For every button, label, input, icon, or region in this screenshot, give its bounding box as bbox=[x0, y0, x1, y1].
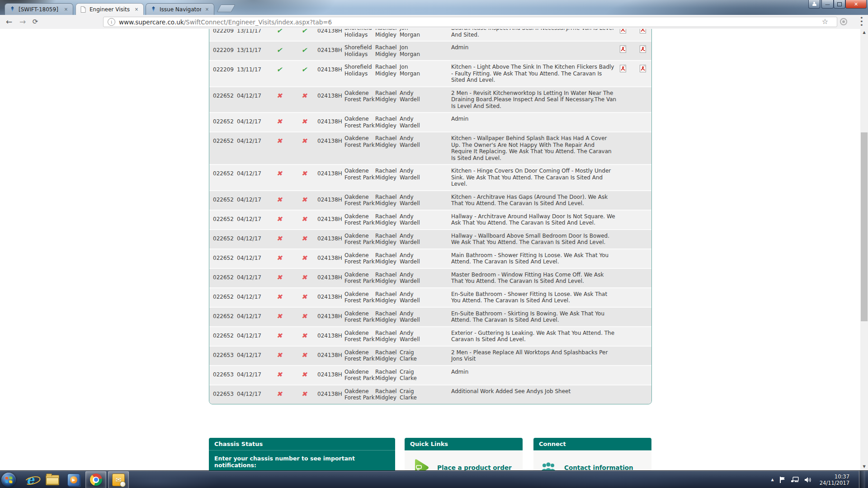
place-product-order-link[interactable]: Place a product order bbox=[405, 450, 523, 470]
page-info-icon[interactable]: i bbox=[108, 18, 115, 26]
restore-icon bbox=[837, 2, 842, 6]
outlook-taskbar-button[interactable]: ✉ bbox=[108, 471, 129, 488]
refresh-icon[interactable]: ⟳ bbox=[30, 16, 41, 27]
tab-engineer-visits[interactable]: Engineer Visits × bbox=[75, 3, 144, 15]
back-icon[interactable]: ← bbox=[4, 16, 14, 27]
connect-panel: Connect Contact information bbox=[533, 438, 651, 470]
coordinator-cell: Rachael Midgley bbox=[375, 194, 400, 207]
pdf-links bbox=[617, 213, 651, 214]
pdf-links bbox=[617, 194, 651, 195]
pdf-links bbox=[617, 388, 651, 389]
cross-icon: ✖ bbox=[268, 90, 291, 99]
internet-explorer-icon[interactable]: e bbox=[24, 473, 37, 487]
tray-expand-icon[interactable]: ▲ bbox=[771, 478, 774, 482]
chassis-cell: 024138H bbox=[317, 213, 344, 223]
pdf-icon[interactable] bbox=[619, 45, 627, 53]
description-cell: 2 Men - Please Replace All Worktops And … bbox=[451, 349, 617, 362]
table-row: 02265204/12/17✖✖024138HOakdene Forest Pa… bbox=[209, 190, 651, 210]
page-scrollbar: ▲ ▼ bbox=[860, 29, 868, 470]
engineer-cell: Andy Wardell bbox=[400, 213, 426, 226]
quick-link-label[interactable]: Place a product order bbox=[437, 464, 512, 470]
tab-swift-18059[interactable]: [SWIFT-18059] Kitchen - × bbox=[5, 3, 73, 15]
taskbar-clock[interactable]: 10:37 24/11/2017 bbox=[820, 474, 849, 486]
tab-close-icon[interactable]: × bbox=[204, 6, 210, 13]
cross-icon: ✖ bbox=[268, 330, 291, 339]
product-order-icon bbox=[411, 458, 430, 470]
scroll-down-icon[interactable]: ▼ bbox=[860, 463, 868, 470]
chassis-cell: 024138H bbox=[317, 29, 344, 34]
clock-time: 10:37 bbox=[820, 474, 849, 480]
network-icon[interactable] bbox=[791, 477, 799, 483]
table-row: 02265304/12/17✖✖024138HOakdene Forest Pa… bbox=[209, 385, 651, 404]
panel-title: Connect bbox=[533, 438, 651, 450]
cross-icon: ✖ bbox=[268, 369, 291, 378]
new-tab-button[interactable] bbox=[217, 5, 235, 12]
close-button[interactable]: ✕ bbox=[845, 0, 867, 9]
chassis-prompt: Enter your chassis number to see importa… bbox=[209, 450, 395, 470]
start-button[interactable] bbox=[1, 473, 16, 487]
job-number-cell: 022652 bbox=[213, 252, 237, 262]
table-row: 02265304/12/17✖✖024138HOakdene Forest Pa… bbox=[209, 365, 651, 385]
engineer-cell: Andy Wardell bbox=[400, 233, 426, 246]
date-cell: 04/12/17 bbox=[237, 291, 268, 300]
show-desktop-button[interactable] bbox=[859, 471, 865, 488]
table-row: 02265204/12/17✖✖024138HOakdene Forest Pa… bbox=[209, 210, 651, 229]
job-number-cell: 022652 bbox=[213, 213, 237, 223]
forward-icon[interactable]: → bbox=[17, 16, 28, 27]
engineer-cell: Andy Wardell bbox=[400, 291, 426, 304]
date-cell: 04/12/17 bbox=[237, 272, 268, 281]
extension-icon[interactable] bbox=[840, 18, 847, 25]
pdf-icon[interactable] bbox=[639, 29, 647, 34]
pdf-icon[interactable] bbox=[639, 45, 647, 53]
tab-close-icon[interactable]: × bbox=[133, 6, 140, 13]
volume-icon[interactable] bbox=[805, 477, 812, 483]
pdf-icon[interactable] bbox=[619, 65, 627, 73]
park-cell: Oakdene Forest Park bbox=[344, 213, 375, 226]
contact-information-link[interactable]: Contact information bbox=[533, 450, 651, 470]
bookmark-star-icon[interactable]: ☆ bbox=[822, 17, 828, 26]
url-path: /SwiftConnect/Engineer_Visits/index.aspx… bbox=[184, 19, 332, 26]
connect-link-label[interactable]: Contact information bbox=[564, 464, 633, 470]
chrome-taskbar-button[interactable] bbox=[85, 471, 106, 488]
job-number-cell: 022652 bbox=[213, 291, 237, 300]
pdf-icon[interactable] bbox=[639, 65, 647, 73]
date-cell: 04/12/17 bbox=[237, 135, 268, 145]
cross-icon: ✖ bbox=[291, 116, 317, 125]
coordinator-cell: Rachael Midgley bbox=[375, 116, 400, 129]
browser-menu-icon[interactable]: ••• bbox=[860, 16, 862, 27]
description-cell: En-Suite Bathroom - Shower Fitting Is Lo… bbox=[451, 291, 617, 304]
park-cell: Oakdene Forest Park bbox=[344, 272, 375, 285]
url-bar[interactable]: i www.supercare.co.uk/SwiftConnect/Engin… bbox=[103, 17, 837, 27]
minimize-button[interactable]: — bbox=[821, 0, 834, 9]
media-player-icon[interactable]: ▶ bbox=[67, 473, 80, 487]
scrollbar-thumb[interactable] bbox=[861, 132, 868, 321]
chassis-cell: 024138H bbox=[317, 330, 344, 339]
profile-window-button[interactable] bbox=[808, 0, 820, 9]
cross-icon: ✖ bbox=[268, 349, 291, 359]
engineer-cell: Andy Wardell bbox=[400, 194, 426, 207]
description-cell: Admin bbox=[451, 44, 617, 51]
coordinator-cell: Rachael Midgley bbox=[375, 252, 400, 265]
engineer-cell: Andy Wardell bbox=[400, 116, 426, 129]
windows-explorer-icon[interactable] bbox=[45, 473, 59, 487]
park-cell: Oakdene Forest Park bbox=[344, 388, 375, 401]
pdf-links bbox=[617, 291, 651, 292]
tab-issue-navigator[interactable]: Issue Navigator - Surfbay × bbox=[146, 3, 214, 15]
description-cell: En-Suite Bathroom - Skirting Is Bowing. … bbox=[451, 310, 617, 324]
coordinator-cell: Rachael Midgley bbox=[375, 272, 400, 285]
action-center-flag-icon[interactable] bbox=[780, 477, 785, 483]
coordinator-cell: Rachael Midgley bbox=[375, 168, 400, 181]
engineer-cell: Andy Wardell bbox=[400, 135, 426, 148]
engineer-cell: Jon Morgan bbox=[400, 44, 426, 57]
pdf-links bbox=[617, 330, 651, 331]
maximize-button[interactable] bbox=[834, 0, 845, 9]
table-row: 02265204/12/17✖✖024138HOakdene Forest Pa… bbox=[209, 249, 651, 268]
check-icon: ✔ bbox=[268, 64, 291, 73]
coordinator-cell: Rachael Midgley bbox=[375, 44, 400, 57]
tab-title: [SWIFT-18059] Kitchen - bbox=[19, 6, 60, 13]
pdf-icon[interactable] bbox=[619, 29, 627, 34]
tab-close-icon[interactable]: × bbox=[63, 6, 69, 13]
coordinator-cell: Rachael Midgley bbox=[375, 349, 400, 362]
scroll-up-icon[interactable]: ▲ bbox=[860, 29, 868, 36]
date-cell: 04/12/17 bbox=[237, 168, 268, 177]
